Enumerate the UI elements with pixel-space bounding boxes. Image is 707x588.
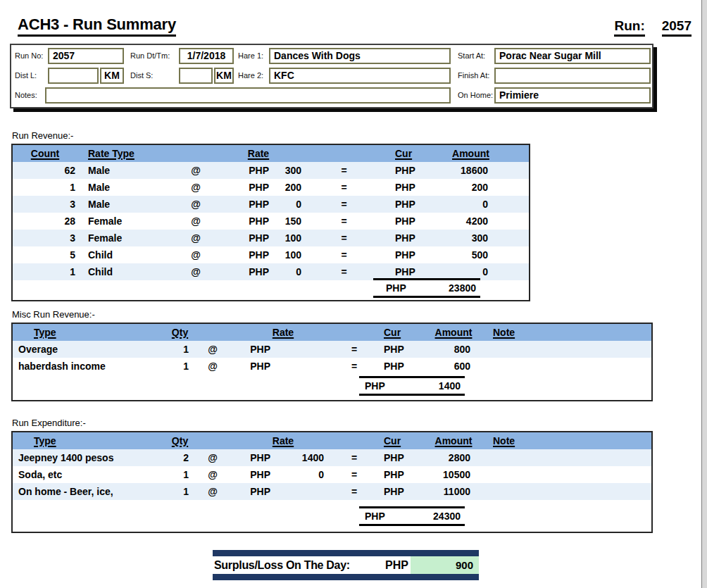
run-label: Run: [614, 18, 644, 37]
cell-amount: 800 [421, 344, 486, 355]
cell-cur: PHP [372, 344, 421, 355]
cell-qty: 1 [164, 361, 196, 372]
header-amount: Amount [452, 148, 489, 159]
cell-type: Overage [13, 344, 164, 355]
cell-qty: 1 [164, 469, 196, 480]
table-row: 62Male@PHP300=PHP18600 [13, 162, 529, 179]
cell-cur: PHP [372, 452, 421, 463]
run-revenue-total: PHP 23800 [373, 278, 480, 298]
cell-amount: 0 [434, 199, 508, 210]
misc-revenue-section-label: Misc Run Revenue:- [12, 309, 95, 320]
cell-rate-type: Child [77, 249, 182, 261]
hare1-field[interactable]: Dances With Dogs [269, 48, 451, 64]
cell-qty: 1 [164, 486, 196, 497]
cell-count: 3 [13, 232, 77, 244]
cell-amount: 4200 [434, 215, 508, 227]
total-amount: 23800 [449, 282, 476, 294]
start-at-label: Start At: [458, 51, 485, 60]
header-amount: Amount [435, 327, 473, 338]
notes-label: Notes: [15, 91, 37, 99]
header-qty: Qty [172, 435, 188, 446]
dist-l-field[interactable] [48, 68, 99, 84]
cell-cur: PHP [381, 182, 434, 193]
cell-eq: = [337, 452, 372, 463]
cell-at: @ [196, 469, 230, 480]
total-amount: 1400 [439, 380, 461, 392]
cell-at: @ [196, 344, 230, 355]
cell-amount: 500 [434, 249, 508, 261]
cell-amount: 11000 [421, 486, 486, 497]
cell-rate-cur: PHP [210, 249, 272, 261]
table-row: Overage1@PHP=PHP800 [13, 341, 651, 358]
table-row: 1Male@PHP200=PHP200 [13, 179, 529, 196]
table-row: 3Female@PHP100=PHP300 [13, 230, 529, 246]
hare2-label: Hare 2: [238, 71, 263, 80]
cell-cur: PHP [381, 215, 434, 227]
header-qty: Qty [172, 327, 188, 338]
cell-rate: 200 [272, 182, 307, 193]
cell-amount: 10500 [421, 469, 486, 480]
page-title: ACH3 - Run Summary [18, 15, 176, 37]
cell-cur: PHP [381, 249, 434, 261]
run-summary-page: ACH3 - Run Summary Run: 2057 Run No: 205… [0, 0, 707, 588]
header-note: Note [486, 435, 570, 446]
total-cur: PHP [386, 282, 406, 294]
cell-count: 3 [13, 199, 77, 210]
cell-amount: 0 [434, 266, 508, 277]
cell-at: @ [182, 165, 210, 176]
dist-s-field[interactable] [179, 68, 213, 84]
cell-rate-cur: PHP [210, 266, 272, 277]
cell-eq: = [337, 486, 372, 497]
surplus-strip: Surplus/Loss On The Day: PHP 900 [213, 550, 479, 580]
expenditure-table: Type Qty Rate Cur Amount Note Jeepney 14… [11, 431, 653, 533]
expenditure-total: PHP 24300 [359, 506, 465, 526]
misc-revenue-total: PHP 1400 [359, 376, 465, 396]
cell-type: haberdash income [13, 361, 164, 372]
cell-eq: = [337, 361, 372, 372]
header-rate-type: Rate Type [77, 148, 182, 159]
header-type: Type [13, 435, 164, 446]
cell-rate-type: Female [77, 232, 182, 244]
cell-eq: = [307, 232, 381, 244]
on-home-field[interactable]: Primiere [494, 87, 651, 104]
page-title-text: ACH3 - Run Summary [18, 15, 176, 37]
dist-l-unit: KM [100, 68, 124, 84]
run-details-form: Run No: 2057 Run Dt/Tm: 1/7/2018 Hare 1:… [10, 44, 653, 108]
cell-count: 62 [13, 165, 77, 176]
cell-at: @ [182, 199, 210, 210]
hare1-label: Hare 1: [238, 51, 263, 60]
run-revenue-body: 62Male@PHP300=PHP186001Male@PHP200=PHP20… [13, 162, 529, 280]
header-note: Note [486, 327, 570, 338]
table-row: 28Female@PHP150=PHP4200 [13, 213, 529, 230]
header-cur: Cur [372, 435, 421, 446]
run-dt-field[interactable]: 1/7/2018 [179, 48, 234, 64]
misc-revenue-header: Type Qty Rate Cur Amount Note [13, 324, 651, 341]
cell-rate-cur: PHP [210, 232, 272, 244]
cell-eq: = [307, 199, 381, 210]
finish-at-field[interactable] [494, 68, 651, 84]
notes-field[interactable] [45, 87, 451, 104]
finish-at-label: Finish At: [458, 71, 489, 80]
run-no-label: Run No: [15, 51, 43, 60]
table-row: Soda, etc1@PHP0=PHP10500 [13, 466, 651, 483]
cell-type: On home - Beer, ice, [13, 486, 164, 497]
hare2-field[interactable]: KFC [269, 68, 451, 84]
table-row: haberdash income1@PHP=PHP600 [13, 358, 651, 375]
run-no-field[interactable]: 2057 [48, 48, 124, 64]
cell-amount: 2800 [421, 452, 486, 463]
cell-eq: = [337, 344, 372, 355]
misc-revenue-body: Overage1@PHP=PHP800haberdash income1@PHP… [13, 341, 651, 375]
cell-rate: 0 [272, 199, 307, 210]
total-cur: PHP [365, 511, 385, 522]
start-at-field[interactable]: Porac Near Sugar Mill [494, 48, 651, 64]
surplus-currency: PHP [385, 559, 411, 572]
dist-s-label: Dist S: [130, 71, 153, 80]
cell-at: @ [196, 486, 230, 497]
cell-cur: PHP [381, 165, 434, 176]
surplus-label: Surplus/Loss On The Day: [213, 559, 385, 572]
surplus-top-bar [213, 550, 479, 556]
cell-count: 28 [13, 215, 77, 227]
cell-type: Soda, etc [13, 469, 164, 480]
header-cur: Cur [372, 327, 421, 338]
cell-cur: PHP [381, 199, 434, 210]
